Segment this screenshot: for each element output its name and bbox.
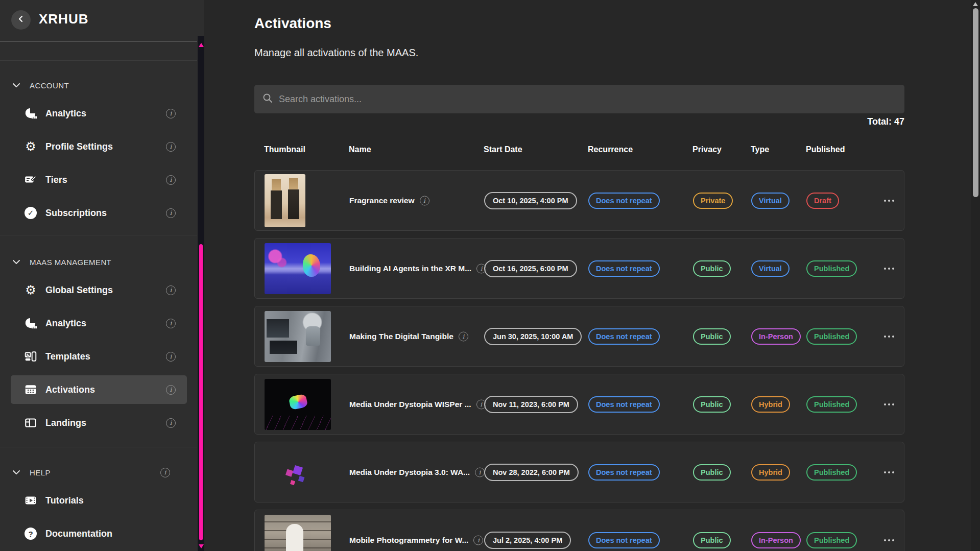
sidebar-item-subscriptions[interactable]: Subscriptions bbox=[11, 199, 187, 227]
activation-thumbnail bbox=[265, 447, 331, 498]
more-options-icon[interactable] bbox=[881, 332, 897, 341]
sidebar-item-tiers[interactable]: Tiers bbox=[11, 165, 187, 194]
more-options-icon[interactable] bbox=[881, 197, 897, 205]
recurrence-badge: Does not repeat bbox=[588, 464, 660, 481]
sidebar-item-tutorials[interactable]: Tutorials bbox=[11, 486, 187, 515]
section-header-account[interactable]: ACCOUNT bbox=[12, 79, 186, 91]
column-header-recurrence: Recurrence bbox=[588, 145, 633, 154]
collapse-sidebar-button[interactable] bbox=[11, 10, 31, 30]
sidebar-item-analytics[interactable]: Analytics bbox=[11, 99, 187, 128]
info-icon[interactable] bbox=[166, 208, 176, 218]
activation-name: Building AI Agents in the XR M... bbox=[349, 264, 471, 273]
start-date-pill: Oct 16, 2025, 6:00 PM bbox=[484, 260, 577, 277]
more-options-icon[interactable] bbox=[881, 536, 897, 544]
scroll-up-icon[interactable] bbox=[198, 42, 204, 48]
info-icon[interactable] bbox=[160, 468, 170, 477]
start-date-pill: Jul 2, 2025, 4:00 PM bbox=[484, 532, 571, 549]
activation-row[interactable]: Media Under Dystopia WISPer ... Nov 11, … bbox=[254, 374, 904, 435]
published-badge: Published bbox=[806, 328, 857, 345]
info-icon[interactable] bbox=[166, 319, 176, 328]
info-icon[interactable] bbox=[166, 142, 176, 152]
privacy-badge: Public bbox=[693, 396, 731, 413]
info-icon[interactable] bbox=[166, 385, 176, 395]
sidebar-item-documentation[interactable]: Documentation bbox=[11, 519, 187, 548]
info-icon[interactable] bbox=[166, 418, 176, 428]
info-icon[interactable] bbox=[473, 535, 483, 545]
published-badge: Published bbox=[806, 464, 857, 481]
sidebar-item-label: Activations bbox=[45, 385, 95, 395]
sidebar-item-templates[interactable]: Templates bbox=[11, 342, 187, 371]
sidebar-item-label: Landings bbox=[45, 418, 86, 428]
activation-name: Making The Digital Tangible bbox=[349, 332, 453, 341]
analytics-pie-icon bbox=[23, 317, 38, 330]
type-badge: Hybrid bbox=[751, 464, 790, 481]
question-circle-icon bbox=[23, 528, 38, 540]
main-content: Activations Manage all activations of th… bbox=[204, 0, 980, 551]
activation-thumbnail bbox=[265, 243, 331, 294]
sidebar-header: XRHUB bbox=[0, 0, 197, 41]
search-icon bbox=[262, 93, 273, 105]
info-icon[interactable] bbox=[166, 285, 176, 295]
sidebar-item-profile-settings[interactable]: ⚙ Profile Settings bbox=[11, 132, 187, 161]
more-options-icon[interactable] bbox=[881, 400, 897, 409]
sidebar-scrollbar-thumb[interactable] bbox=[199, 244, 203, 540]
column-header-type: Type bbox=[751, 145, 769, 154]
sidebar-item-global-settings[interactable]: ⚙ Global Settings bbox=[11, 276, 187, 304]
page-subtitle: Manage all activations of the MAAS. bbox=[254, 47, 418, 59]
info-icon[interactable] bbox=[459, 331, 468, 341]
search-bar[interactable] bbox=[254, 85, 904, 113]
sidebar-item-activations[interactable]: Activations bbox=[11, 375, 187, 404]
info-icon[interactable] bbox=[475, 467, 485, 477]
more-options-icon[interactable] bbox=[881, 468, 897, 476]
info-icon[interactable] bbox=[420, 196, 429, 205]
activation-name: Media Under Dystopia 3.0: WA... bbox=[349, 468, 470, 477]
type-badge: In-Person bbox=[751, 328, 801, 345]
sidebar-item-label: Templates bbox=[45, 351, 90, 362]
type-badge: Virtual bbox=[751, 260, 790, 277]
main-scrollbar-thumb[interactable] bbox=[973, 8, 978, 197]
app-logo: XRHUB bbox=[39, 11, 88, 27]
info-icon[interactable] bbox=[166, 109, 176, 118]
activation-row[interactable]: Mobile Photogrammetry for W... Jul 2, 20… bbox=[254, 510, 904, 551]
activation-thumbnail bbox=[265, 515, 331, 551]
chevron-down-icon bbox=[12, 83, 20, 88]
chevron-left-icon bbox=[17, 15, 25, 25]
sidebar: XRHUB ACCOUNT Analytics ⚙ Profile Settin… bbox=[0, 0, 204, 551]
table-header-row: Thumbnail Name Start Date Recurrence Pri… bbox=[254, 145, 904, 160]
column-header-start-date: Start Date bbox=[484, 145, 522, 154]
section-label: HELP bbox=[30, 468, 51, 477]
privacy-badge: Public bbox=[693, 464, 731, 481]
divider bbox=[0, 41, 197, 42]
start-date-pill: Nov 11, 2023, 6:00 PM bbox=[484, 396, 578, 413]
activation-row[interactable]: Media Under Dystopia 3.0: WA... Nov 28, … bbox=[254, 442, 904, 502]
search-input[interactable] bbox=[279, 94, 896, 105]
page-title: Activations bbox=[254, 15, 331, 32]
activation-row[interactable]: Building AI Agents in the XR M... Oct 16… bbox=[254, 238, 904, 299]
privacy-badge: Public bbox=[693, 532, 731, 548]
sidebar-scrollbar-track[interactable] bbox=[198, 36, 204, 551]
privacy-badge: Public bbox=[693, 260, 731, 277]
analytics-pie-icon bbox=[23, 107, 38, 120]
info-icon[interactable] bbox=[166, 352, 176, 362]
sidebar-item-label: Tutorials bbox=[45, 495, 84, 506]
scroll-down-icon[interactable] bbox=[198, 543, 204, 549]
column-header-privacy: Privacy bbox=[692, 145, 722, 154]
privacy-badge: Public bbox=[693, 328, 731, 345]
section-header-help[interactable]: HELP bbox=[12, 466, 186, 478]
published-badge: Draft bbox=[806, 193, 839, 209]
sidebar-item-label: Subscriptions bbox=[45, 208, 107, 219]
sidebar-item-analytics-maas[interactable]: Analytics bbox=[11, 309, 187, 338]
recurrence-badge: Does not repeat bbox=[588, 396, 660, 413]
section-header-maas-management[interactable]: MAAS MANAGEMENT bbox=[12, 256, 186, 268]
info-icon[interactable] bbox=[166, 175, 176, 185]
section-label: ACCOUNT bbox=[30, 81, 69, 90]
activation-name: Media Under Dystopia WISPer ... bbox=[349, 400, 471, 409]
more-options-icon[interactable] bbox=[881, 265, 897, 273]
main-scrollbar-track[interactable] bbox=[971, 0, 980, 551]
activation-row[interactable]: Fragrance review Oct 10, 2025, 4:00 PM D… bbox=[254, 170, 904, 231]
scroll-up-icon[interactable] bbox=[971, 1, 979, 7]
sidebar-item-landings[interactable]: Landings bbox=[11, 409, 187, 437]
chevron-down-icon bbox=[12, 470, 20, 475]
activation-row[interactable]: Making The Digital Tangible Jun 30, 2025… bbox=[254, 306, 904, 367]
sidebar-item-label: Analytics bbox=[45, 108, 86, 119]
